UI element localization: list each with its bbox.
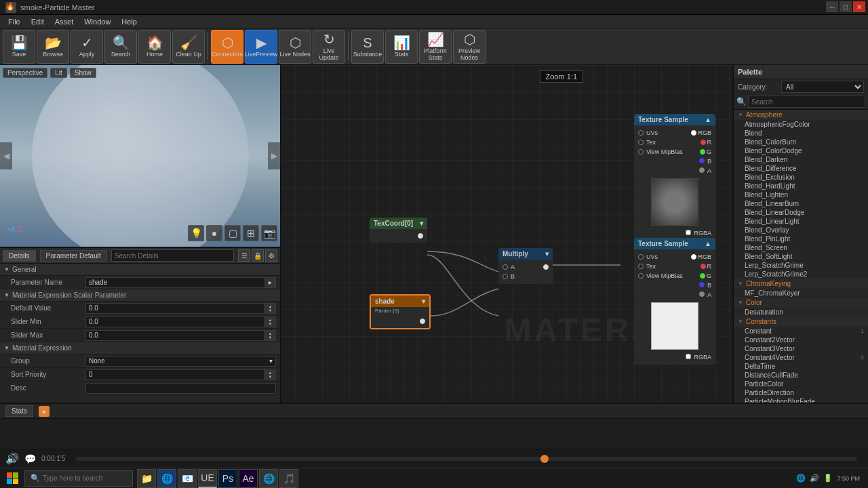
- vp-grid-btn[interactable]: ⊞: [243, 225, 259, 241]
- taskbar-search[interactable]: 🔍: [24, 470, 133, 487]
- multiply-dropdown-icon[interactable]: ▾: [545, 250, 549, 258]
- menu-file[interactable]: File: [3, 15, 26, 28]
- connectors-button[interactable]: ⬡ Connectors: [211, 30, 243, 64]
- viewport-show-btn[interactable]: Show: [70, 68, 96, 78]
- palette-item-blend[interactable]: Blend: [734, 129, 868, 138]
- vp-light-btn[interactable]: 💡: [188, 225, 204, 241]
- palette-group-atmosphere[interactable]: Atmosphere: [734, 110, 868, 120]
- search-button[interactable]: 🔍 Search: [104, 30, 137, 64]
- palette-group-constants[interactable]: Constants: [734, 317, 868, 327]
- audio-icon[interactable]: 🔊: [5, 452, 19, 465]
- platformstats-button[interactable]: 📈 Platform Stats: [419, 30, 452, 64]
- taskbar-ae-btn[interactable]: Ae: [239, 469, 258, 488]
- details-filter-btn[interactable]: ☰: [238, 249, 250, 262]
- home-button[interactable]: 🏠 Home: [138, 30, 171, 64]
- palette-item-blend-colorburn[interactable]: Blend_ColorBurn: [734, 138, 868, 146]
- seq-stats-tab[interactable]: Stats: [5, 405, 33, 417]
- maximize-button[interactable]: □: [840, 1, 852, 12]
- palette-item-blend-screen[interactable]: Blend_Screen: [734, 243, 868, 252]
- texture-sample-node-2[interactable]: Texture Sample ▲ UVs RGB Tex R: [634, 238, 715, 365]
- close-button[interactable]: ✕: [853, 1, 865, 12]
- palette-item-constant[interactable]: Constant 1: [734, 327, 868, 336]
- default-value-spinner[interactable]: ▲▼: [264, 304, 275, 313]
- taskbar-ue4-btn[interactable]: UE: [198, 469, 217, 488]
- sort-priority-spinner[interactable]: ▲▼: [264, 370, 275, 380]
- palette-item-particledirection[interactable]: ParticleDirection: [734, 388, 868, 397]
- palette-item-mf-chromakeyer[interactable]: MF_ChromaKeyer: [734, 289, 868, 298]
- palette-item-particlemotionblurfade[interactable]: ParticleMotionBlurFade: [734, 397, 868, 403]
- substance-button[interactable]: S Substance: [351, 30, 384, 64]
- texcoord-node[interactable]: TexCoord[0] ▾: [370, 218, 427, 243]
- palette-item-lerp-scratchgrime2[interactable]: Lerp_ScratchGrime2: [734, 270, 868, 279]
- palette-category-select[interactable]: All: [781, 81, 864, 93]
- menu-window[interactable]: Window: [79, 15, 116, 28]
- scalar-param-section-header[interactable]: Material Expression Scalar Parameter: [0, 289, 280, 302]
- apply-button[interactable]: ✓ Apply: [71, 30, 103, 64]
- menu-help[interactable]: Help: [116, 15, 142, 28]
- chat-icon[interactable]: 💬: [24, 453, 36, 464]
- default-value-input[interactable]: [89, 304, 273, 312]
- palette-item-blend-pinlight[interactable]: Blend_PinLight: [734, 235, 868, 243]
- palette-item-lerp-scratchgrime[interactable]: Lerp_ScratchGrime: [734, 261, 868, 270]
- details-tab[interactable]: Details: [3, 250, 36, 262]
- palette-item-blend-overlay[interactable]: Blend_Overlay: [734, 226, 868, 235]
- group-dropdown[interactable]: None ▾: [85, 356, 276, 367]
- palette-search-input[interactable]: [748, 96, 865, 108]
- viewport[interactable]: Perspective Lit Show 💡 ● ▢ ⊞ 📷 +X Z ◀ ▶: [0, 65, 280, 247]
- palette-group-chromakeying[interactable]: ChromaKeying: [734, 279, 868, 289]
- cleanup-button[interactable]: 🧹 Clean Up: [172, 30, 205, 64]
- seq-record-btn[interactable]: ●: [39, 406, 50, 417]
- liveupdate-button[interactable]: ↻ Live Update: [313, 30, 345, 64]
- parameter-name-expand[interactable]: ▸: [264, 278, 275, 287]
- viewport-nav-left[interactable]: ◀: [0, 142, 12, 169]
- livenodes-button[interactable]: ⬡ Live Nodes: [279, 30, 311, 64]
- taskbar-ps-btn[interactable]: Ps: [218, 469, 237, 488]
- taskbar-app-btn[interactable]: 🎵: [279, 469, 298, 488]
- palette-item-blend-darken[interactable]: Blend_Darken: [734, 155, 868, 164]
- palette-item-blend-lineardodge[interactable]: Blend_LinearDodge: [734, 208, 868, 217]
- taskbar-edge-btn[interactable]: 🌐: [157, 469, 176, 488]
- details-search-input[interactable]: [111, 249, 234, 262]
- ts2-collapse-icon[interactable]: ▲: [705, 240, 711, 247]
- slider-min-spinner[interactable]: ▲▼: [264, 317, 275, 327]
- palette-item-constant2vector[interactable]: Constant2Vector: [734, 336, 868, 344]
- palette-item-blend-linearburn[interactable]: Blend_LinearBurn: [734, 199, 868, 208]
- general-section-header[interactable]: General: [0, 264, 280, 276]
- details-settings-btn[interactable]: ⚙: [265, 249, 277, 262]
- node-editor[interactable]: Zoom 1:1 MATERIAL Texture Sample ▲ UVs: [281, 65, 732, 403]
- stats-button[interactable]: 📊 Stats: [385, 30, 418, 64]
- minimize-button[interactable]: ─: [826, 1, 838, 12]
- texture-sample-node-1[interactable]: Texture Sample ▲ UVs RGB Tex R: [634, 114, 715, 241]
- previewnodes-button[interactable]: ⬡ Preview Nodes: [453, 30, 486, 64]
- palette-item-blend-linearlight[interactable]: Blend_LinearLight: [734, 217, 868, 226]
- viewport-lit-btn[interactable]: Lit: [50, 68, 67, 78]
- slider-max-spinner[interactable]: ▲▼: [264, 331, 275, 340]
- palette-item-blend-difference[interactable]: Blend_Difference: [734, 164, 868, 173]
- taskbar-chrome-btn[interactable]: 🌐: [259, 469, 278, 488]
- multiply-node[interactable]: Multiply ▾ A B: [498, 248, 553, 284]
- palette-item-blend-colordodge[interactable]: Blend_ColorDodge: [734, 146, 868, 155]
- desc-input[interactable]: [89, 384, 273, 392]
- slider-min-input[interactable]: [89, 318, 273, 325]
- viewport-mode-btn[interactable]: Perspective: [3, 68, 47, 78]
- vp-sphere-btn[interactable]: ●: [206, 225, 222, 241]
- timeline-scrubber[interactable]: [76, 457, 857, 461]
- vp-flat-btn[interactable]: ▢: [224, 225, 241, 241]
- palette-item-blend-hardlight[interactable]: Blend_HardLight: [734, 182, 868, 190]
- vp-cam-btn[interactable]: 📷: [261, 225, 277, 241]
- palette-item-blend-lighten[interactable]: Blend_Lighten: [734, 190, 868, 199]
- ts1-collapse-icon[interactable]: ▲: [705, 116, 711, 123]
- texcoord-dropdown-icon[interactable]: ▾: [420, 220, 423, 227]
- palette-item-particlecolor[interactable]: ParticleColor: [734, 380, 868, 388]
- start-button[interactable]: [3, 469, 23, 488]
- details-lock-btn[interactable]: 🔒: [252, 249, 264, 262]
- shade-node[interactable]: shade ▾ Param (0): [370, 294, 431, 329]
- palette-item-blend-exclusion[interactable]: Blend_Exclusion: [734, 173, 868, 182]
- palette-item-deltatime[interactable]: DeltaTime: [734, 362, 868, 371]
- browse-button[interactable]: 📂 Browse: [37, 30, 69, 64]
- sort-priority-input[interactable]: [89, 371, 273, 378]
- palette-item-distancecullfade[interactable]: DistanceCullFade: [734, 371, 868, 380]
- menu-edit[interactable]: Edit: [26, 15, 50, 28]
- viewport-nav-right[interactable]: ▶: [268, 142, 280, 169]
- taskbar-mail-btn[interactable]: 📧: [178, 469, 197, 488]
